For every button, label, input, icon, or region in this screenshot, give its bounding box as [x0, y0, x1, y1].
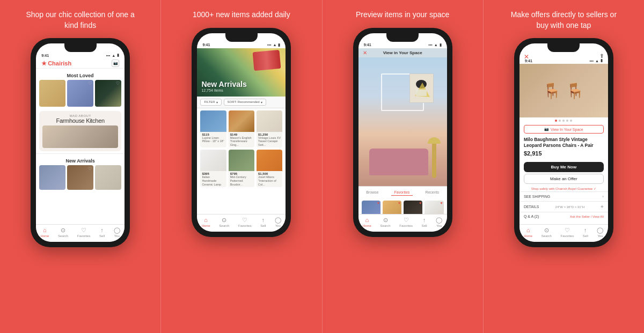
battery-icon-3: ▮ [440, 43, 442, 47]
details-label: DETAILS [524, 205, 539, 209]
notch-1 [64, 43, 97, 52]
product-card-6[interactable]: $1,500 Josef Albers "Interaction of Col.… [257, 150, 282, 187]
nav-home-3[interactable]: ⌂ Home [363, 217, 371, 227]
nav-sell-4[interactable]: ↑ Sell [583, 227, 588, 238]
star-icon-1: ★ [41, 60, 47, 67]
most-loved-item-1[interactable]: ♡ [39, 80, 65, 107]
nav-you-1[interactable]: ◯ You [114, 227, 120, 238]
heart-na1[interactable]: ♡ [60, 166, 64, 171]
artwork-display [409, 73, 434, 103]
status-icons-1: ▪▪▪ ▲ ▮ [106, 53, 119, 57]
camera-icon-4: 📷 [544, 127, 549, 131]
most-loved-item-2[interactable]: ♡ [67, 80, 93, 107]
nav-sell-label-3: Sell [422, 224, 427, 227]
nav-favorites-2[interactable]: ♡ Favorites [238, 217, 252, 227]
kitchen-title: Farmhouse Kitchen [42, 117, 118, 124]
nav-search-1[interactable]: ⊙ Search [58, 227, 68, 238]
make-offer-button[interactable]: Make an Offer [524, 174, 604, 184]
nav-you-label-2: You [275, 224, 281, 227]
product-card-1[interactable]: $115 Lupine Linen Pillow - 18" x 18" [200, 110, 226, 148]
nav-search-2[interactable]: ⊙ Search [219, 217, 229, 227]
view-tabs: Browse Favorites Recents [358, 186, 447, 198]
nav-you-3[interactable]: ◯ You [436, 217, 442, 227]
guarantee-brand: Chairish Buyer Guarantee [555, 187, 592, 190]
heart-1[interactable]: ♡ [60, 81, 64, 86]
time-1: 9:41 [41, 54, 49, 57]
shipping-row[interactable]: SEE SHIPPING › [519, 191, 608, 201]
sort-chevron-icon: ▾ [261, 100, 262, 104]
nav-sell-1[interactable]: ↑ Sell [99, 227, 105, 238]
product-info-1: $115 Lupine Linen Pillow - 18" x 18" [200, 132, 226, 144]
new-arrival-2[interactable]: ♡ [67, 165, 93, 190]
ar-view [358, 57, 447, 186]
fav-heart-2: ♥ [398, 201, 400, 205]
pagination-dots-4 [519, 117, 608, 124]
close-button-4[interactable]: ✕ [524, 53, 529, 61]
product-price-detail-4: $2,915 [524, 150, 604, 157]
filter-button[interactable]: FILTER ▾ [200, 99, 221, 106]
nav-home-2[interactable]: ⌂ Home [202, 217, 210, 227]
nav-sell-2[interactable]: ↑ Sell [260, 217, 266, 227]
notch-4 [547, 43, 580, 52]
signal-icon-4: ▪▪▪ [589, 59, 593, 63]
heart-2[interactable]: ♡ [88, 81, 92, 86]
nav-you-label-3: You [436, 224, 442, 227]
notch-3 [386, 33, 419, 42]
time-3: 9:41 [364, 43, 371, 47]
new-arrival-3[interactable]: ♡ [95, 165, 121, 190]
share-icon-4[interactable]: ⬆ [599, 53, 604, 59]
details-row[interactable]: DETAILS 24"W × 36"D × 31"H + [519, 201, 608, 212]
buy-now-button[interactable]: Buy Me Now [524, 162, 604, 172]
sell-icon-1: ↑ [100, 227, 104, 233]
camera-icon-1[interactable]: 📷 [112, 60, 119, 67]
product-card-3[interactable]: $1,250 Vintage Louis XV Tassel Canapé Se… [257, 110, 282, 148]
nav-favorites-1[interactable]: ♡ Favorites [77, 227, 91, 238]
nav-search-3[interactable]: ⊙ Search [380, 217, 391, 227]
nav-favorites-4[interactable]: ♡ Favorites [561, 227, 574, 238]
view-in-space-title: View in Your Space [383, 50, 422, 55]
new-arrival-1[interactable]: ♡ [39, 165, 65, 190]
nav-sell-3[interactable]: ↑ Sell [422, 217, 427, 227]
tab-recents[interactable]: Recents [422, 189, 442, 196]
nav-favorites-label-3: Favorites [399, 224, 413, 227]
lamp-display [432, 140, 436, 178]
search-icon-3: ⊙ [383, 217, 388, 223]
fav-heart-3: ♥ [419, 201, 421, 205]
product-card-4[interactable]: $395 Italian Handmade Ceramic Lamp [200, 150, 226, 187]
nav-home-4[interactable]: ⌂ Home [524, 227, 532, 238]
status-icons-3: ▪▪▪ ▲ ▮ [428, 43, 441, 47]
sort-button[interactable]: SORT: Recommended ▾ [224, 99, 266, 106]
heart-na3[interactable]: ♡ [116, 166, 120, 171]
most-loved-grid: ♡ ♡ ♡ [36, 80, 125, 107]
view-in-space-button-4[interactable]: 📷 View In Your Space [524, 125, 604, 134]
search-icon-4: ⊙ [544, 227, 549, 233]
favorites-icon-2: ♡ [242, 217, 247, 223]
sort-label: SORT: Recommended [228, 100, 260, 103]
heart-3[interactable]: ♡ [116, 81, 120, 86]
qa-row[interactable]: Q & A (2) Ask the Seller / View All [519, 212, 608, 220]
nav-home-label-3: Home [363, 224, 371, 227]
nav-home-1[interactable]: ⌂ Home [40, 227, 49, 238]
kitchen-banner[interactable]: MAD ABOUT Farmhouse Kitchen [39, 111, 121, 151]
product-card-5[interactable]: $795 Mid-Century Patterned Boudoir... [229, 150, 254, 187]
heart-na2[interactable]: ♡ [88, 166, 92, 171]
most-loved-item-3[interactable]: ♡ [95, 80, 121, 107]
nav-favorites-3[interactable]: ♡ Favorites [399, 217, 413, 227]
tab-browse[interactable]: Browse [363, 189, 382, 196]
status-bar-3: 9:41 ▪▪▪ ▲ ▮ [358, 41, 447, 48]
wifi-icon-4: ▲ [595, 59, 599, 63]
status-icons-2: ▪▪▪ ▲ ▮ [267, 43, 280, 47]
qa-link[interactable]: Ask the Seller / View All [570, 215, 604, 218]
nav-you-2[interactable]: ◯ You [275, 217, 281, 227]
product-card-2[interactable]: $149 Mason's English Transferware Ging..… [229, 110, 254, 148]
close-button-3[interactable]: ✕ [363, 50, 367, 56]
nav-you-4[interactable]: ◯ You [597, 227, 603, 238]
panel-3: Preview items in your space 9:41 ▪▪▪ ▲ ▮… [322, 0, 483, 333]
nav-favorites-label-2: Favorites [238, 224, 252, 227]
wishlist-heart-4[interactable]: ♡ [598, 67, 604, 75]
bottom-nav-2: ⌂ Home ⊙ Search ♡ Favorites ↑ Sell [197, 214, 286, 232]
tab-favorites[interactable]: Favorites [391, 189, 413, 196]
details-value: 24"W × 36"D × 31"H [555, 205, 584, 209]
signal-icon-2: ▪▪▪ [267, 43, 271, 47]
nav-search-4[interactable]: ⊙ Search [541, 227, 552, 238]
